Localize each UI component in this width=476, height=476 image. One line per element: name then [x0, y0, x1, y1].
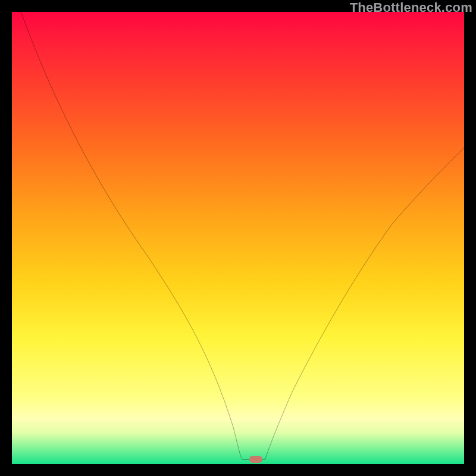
bottleneck-curve — [12, 12, 464, 464]
chart-stage: TheBottleneck.com — [0, 0, 476, 476]
curve-left-branch — [21, 12, 242, 459]
minimum-marker — [249, 456, 262, 463]
watermark-text: TheBottleneck.com — [350, 0, 472, 15]
curve-right-branch — [265, 148, 464, 459]
plot-area — [12, 12, 464, 464]
